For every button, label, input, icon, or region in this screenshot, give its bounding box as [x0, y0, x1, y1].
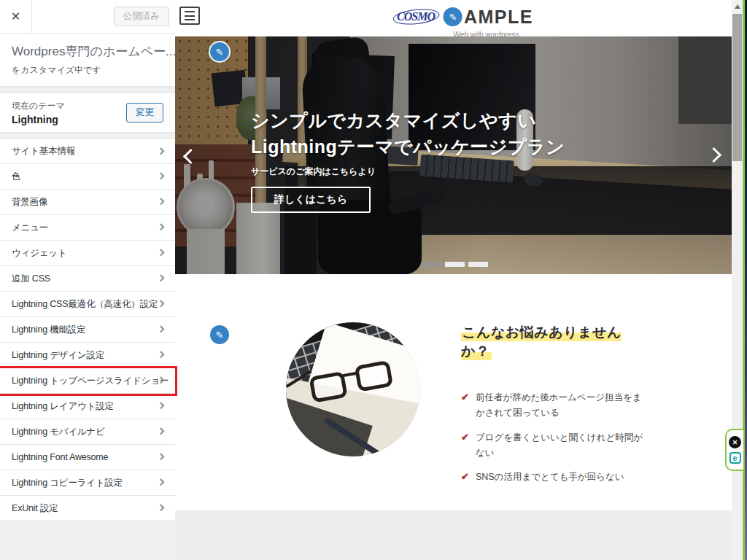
photo-glasses-lens [355, 360, 394, 392]
e-icon: e [732, 454, 737, 462]
hamburger-menu-button[interactable] [179, 7, 200, 25]
close-icon: ✕ [11, 9, 20, 23]
hero-caption: サービスのご案内はこちらより [251, 166, 565, 178]
vertical-scrollbar[interactable] [732, 0, 743, 560]
customizer-screen: ✕ 公開済み Wordpres専門のホームペー... ? をカスタマイズ中です … [0, 0, 747, 560]
sidebar-item-background-image[interactable]: 背景画像 [0, 190, 175, 215]
edit-pencil-icon[interactable]: ✎ [210, 42, 229, 61]
sidebar-item-copyright-settings[interactable]: Lightning コピーライト設定 [0, 470, 175, 496]
customizing-subtitle: をカスタマイズ中です [12, 64, 165, 77]
clipper-close-button[interactable]: ✕ [729, 436, 741, 448]
sidebar-item-additional-css[interactable]: 追加 CSS [0, 266, 175, 292]
slide-indicator[interactable] [422, 262, 441, 267]
sidebar-item-mobile-nav[interactable]: Lightning モバイルナビ [0, 419, 175, 445]
hero-title: シンプルでカスタマイズしやすい Lightningテーマでパッケージプラン [251, 108, 565, 160]
customizer-topbar: ✕ 公開済み [0, 0, 175, 34]
edit-pencil-icon[interactable]: ✎ [210, 325, 229, 344]
clipper-e-button[interactable]: e [729, 452, 741, 464]
list-item: ✔ ブログを書くといいと聞くけれど時間がない [461, 430, 645, 462]
sidebar-item-label: サイト基本情報 [12, 145, 75, 158]
sidebar-item-css-optimize[interactable]: Lightning CSS最適化（高速化）設定 [0, 292, 175, 317]
theme-meta: 現在のテーマ Lightning [12, 100, 65, 125]
chevron-right-icon [158, 504, 165, 511]
sidebar-item-menus[interactable]: メニュー [0, 215, 175, 241]
publish-button[interactable]: 公開済み [114, 7, 169, 26]
clipper-widget: ✕ e [725, 429, 743, 471]
hamburger-bar [185, 11, 195, 12]
sidebar-item-layout-settings[interactable]: Lightning レイアウト設定 [0, 394, 175, 419]
sidebar-item-label: Lightning モバイルナビ [12, 426, 105, 438]
pencil-glyph: ✎ [216, 330, 224, 341]
current-theme-section: 現在のテーマ Lightning 変更 [0, 93, 175, 133]
sidebar-item-top-slideshow[interactable]: Lightning トップページスライドショー [0, 368, 175, 394]
sidebar-item-font-awesome[interactable]: Lightning Font Awesome [0, 445, 175, 470]
sidebar-item-label: ExUnit 設定 [12, 502, 58, 515]
scrollbar-up-arrow[interactable] [732, 0, 743, 12]
sidebar-item-label: Lightning トップページスライドショー [12, 375, 169, 387]
hero-slideshow: ✎ シンプルでカスタマイズしやすい Lightningテーマでパッケージプラン … [175, 36, 732, 274]
pencil-glyph: ✎ [216, 47, 224, 58]
customize-info: Wordpres専門のホームペー... ? をカスタマイズ中です [0, 34, 175, 87]
sidebar-item-label: ウィジェット [12, 247, 67, 260]
chevron-right-icon [158, 147, 165, 155]
chevron-right-icon [158, 453, 165, 460]
hero-title-line2: Lightningテーマでパッケージプラン [251, 134, 565, 160]
chevron-right-icon [158, 249, 165, 256]
change-theme-button[interactable]: 変更 [126, 103, 163, 122]
hero-details-button[interactable]: 詳しくはこちら [251, 187, 371, 213]
pencil-glyph: ✎ [449, 12, 457, 23]
worries-list: ✔ 前任者が辞めた後ホームページ担当をまかされて困っている ✔ ブログを書くとい… [461, 390, 645, 485]
chevron-right-icon [158, 300, 165, 307]
slide-indicator[interactable] [468, 262, 488, 267]
sidebar-item-label: Lightning 機能設定 [12, 324, 85, 336]
slide-indicator[interactable] [445, 262, 465, 267]
chevron-right-icon [158, 274, 165, 281]
sidebar-item-label: Lightning CSS最適化（高速化）設定 [12, 298, 158, 311]
edit-pencil-icon[interactable]: ✎ [444, 7, 462, 26]
check-icon: ✔ [461, 390, 469, 421]
sidebar-item-widgets[interactable]: ウィジェット [0, 241, 175, 266]
hero-copy: シンプルでカスタマイズしやすい Lightningテーマでパッケージプラン サー… [251, 108, 565, 213]
hero-title-line1: シンプルでカスタマイズしやすい [251, 108, 565, 134]
chevron-right-icon [158, 325, 165, 332]
sidebar-item-label: Lightning Font Awesome [12, 452, 108, 462]
sidebar-item-label: メニュー [12, 222, 48, 234]
logo-name: AMPLE [464, 7, 533, 28]
chevron-right-icon [158, 351, 165, 358]
section-circle-image [286, 322, 420, 456]
cosmo-emblem: COSMO [394, 4, 438, 30]
current-theme-label: 現在のテーマ [12, 100, 65, 112]
theme-name: Lightning [12, 114, 65, 125]
worry-text: SNSの活用までとても手が回らない [476, 470, 624, 485]
sidebar-item-label: Lightning コピーライト設定 [12, 477, 123, 489]
sidebar-item-function-settings[interactable]: Lightning 機能設定 [0, 317, 175, 343]
sidebar-item-design-settings[interactable]: Lightning デザイン設定 [0, 343, 175, 368]
slide-indicators [422, 262, 488, 267]
site-title-text: Wordpres専門のホームペー... [12, 43, 176, 60]
site-title-heading: Wordpres専門のホームペー... ? [12, 43, 165, 60]
hamburger-bar [185, 19, 195, 20]
sidebar-item-exunit-settings[interactable]: ExUnit 設定 [0, 496, 175, 521]
close-icon: ✕ [732, 439, 738, 446]
site-preview: COSMO ✎ AMPLE Web with wordpress [175, 0, 732, 560]
worries-section: ✎ こんなお悩みありませんか？ ✔ [175, 274, 732, 510]
logo-row: COSMO ✎ AMPLE [394, 4, 533, 30]
chevron-right-icon [158, 223, 165, 230]
list-item: ✔ SNSの活用までとても手が回らない [461, 470, 645, 485]
check-icon: ✔ [461, 470, 469, 485]
site-logo[interactable]: COSMO ✎ AMPLE Web with wordpress [394, 4, 533, 39]
scrollbar-thumb[interactable] [732, 14, 742, 161]
list-item: ✔ 前任者が辞めた後ホームページ担当をまかされて困っている [461, 390, 645, 421]
close-customizer-button[interactable]: ✕ [0, 0, 32, 33]
sidebar-item-colors[interactable]: 色 [0, 164, 175, 190]
page-footer [175, 510, 732, 560]
chevron-right-icon [158, 402, 165, 409]
sidebar-item-label: Lightning レイアウト設定 [12, 400, 114, 413]
worry-text: ブログを書くといいと聞くけれど時間がない [476, 430, 645, 462]
hamburger-bar [185, 15, 195, 17]
up-triangle-icon [735, 4, 740, 9]
sidebar-item-site-info[interactable]: サイト基本情報 [0, 139, 175, 164]
sidebar-item-label: 追加 CSS [12, 273, 50, 285]
sidebar-item-label: 背景画像 [12, 196, 47, 209]
chevron-right-icon [158, 172, 165, 179]
